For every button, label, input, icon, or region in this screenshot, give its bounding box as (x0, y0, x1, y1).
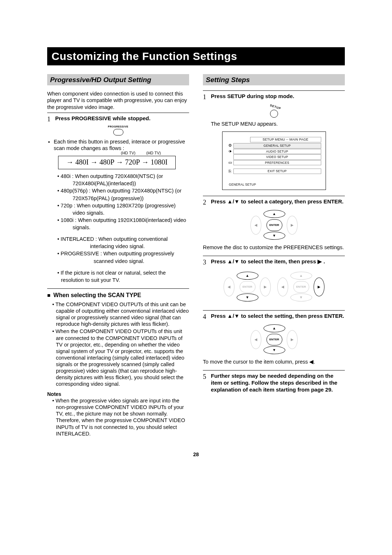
right-button-icon: ▶ (260, 278, 271, 296)
resolution-list: • 480i : When outputting 720X480I(NTSC) … (57, 173, 189, 283)
right-section-header: Setting Steps (203, 74, 345, 86)
page-number: 28 (47, 451, 345, 458)
step-number: 1 (203, 93, 209, 101)
page-title: Customizing the Function Settings (47, 47, 345, 65)
res-item: • 480p(576p) : When outputting 720X480p(… (57, 187, 189, 194)
bullet-item: When the COMPONENT VIDEO OUTPUTs of this… (52, 328, 189, 387)
dpad-diagram: ▲ ◀ ENTER ▶ ▼ (250, 209, 298, 240)
button-icon (113, 129, 123, 135)
res-item: • 720p : When outputting 1280X720p (prog… (57, 202, 189, 209)
right-button-icon: ▶ (314, 278, 324, 296)
left-section-header: Progressive/HD Output Setting (47, 74, 189, 86)
progressive-label: PROGRESSIVE (47, 125, 189, 129)
body-text: To move the cursor to the item column, p… (203, 358, 345, 365)
step-instruction: Press ▲/▼ to select a category, then pre… (211, 198, 345, 207)
left-button-icon: ◀ (250, 216, 261, 235)
body-text: Remove the disc to customize the PREFERE… (203, 244, 345, 251)
speaker-icon: 🕩 (227, 149, 233, 154)
menu-item: EXIT SETUP (233, 169, 321, 174)
gear-icon: ⚙ (227, 143, 233, 148)
bullet-item: The COMPONENT VIDEO OUTPUTs of this unit… (52, 301, 189, 328)
res-item: • INTERLACED : When outputting conventio… (57, 236, 189, 242)
up-button-icon: ▲ (290, 272, 312, 280)
right-button-icon: ▶ (287, 330, 298, 349)
res-item: signals. (73, 224, 189, 231)
step-number: 1 (47, 115, 53, 123)
left-button-icon: ◀ (224, 278, 234, 296)
step-instruction: Press ▲/▼ to select the setting, then pr… (211, 313, 345, 321)
button-icon (270, 110, 278, 118)
notes-header: Notes (47, 391, 189, 398)
progressive-button-diagram: PROGRESSIVE (47, 125, 189, 135)
up-button-icon: ▲ (237, 272, 258, 280)
enter-button-icon: ENTER (240, 281, 256, 293)
step-instruction: Press SETUP during stop mode. (211, 93, 345, 101)
dpad-diagram: ▲ ◀ ENTER ▶ ▼ (250, 324, 298, 355)
bullet-item: Each time this button in pressed, intera… (54, 138, 189, 151)
res-item: • 480i : When outputting 720X480I(NTSC) … (57, 173, 189, 179)
res-item: resolution to suit your TV. (61, 277, 189, 283)
res-item: 720X480i(PAL)(interlaced)) (73, 180, 189, 187)
step-number: 3 (203, 258, 209, 267)
flow-sequence: → 480I → 480P → 720P → 1080I (66, 158, 167, 166)
res-item: scanned video signal. (94, 258, 189, 264)
setup-label: SETUP (269, 104, 281, 110)
enter-button-icon: ENTER (266, 219, 282, 231)
menu-title: SETUP MENU -- MAIN PAGE (250, 137, 321, 142)
res-item: video signals. (73, 210, 189, 216)
right-button-icon: ▶ (287, 216, 298, 235)
down-button-icon: ▼ (290, 293, 312, 301)
notes-bullets: When the progressive video signals are i… (52, 397, 189, 437)
left-column: Progressive/HD Output Setting When compo… (47, 74, 189, 438)
menu-item: PREFERENCES (233, 160, 321, 166)
menu-item: VIDEO SETUP (233, 154, 321, 160)
body-text: The SETUP MENU appears. (211, 121, 345, 127)
menu-footer: GENERAL SETUP (229, 183, 321, 187)
setup-menu-diagram: SETUP MENU -- MAIN PAGE ⚙GENERAL SETUP 🕩… (222, 131, 326, 190)
enter-button-icon: ENTER (293, 281, 309, 293)
up-button-icon: ▲ (264, 324, 285, 332)
tv-icon: ▭ (227, 160, 233, 165)
hdtv-label: (HD TV) (121, 151, 135, 156)
exit-icon: ⎘ (227, 169, 233, 174)
hdtv-label: (HD TV) (146, 151, 161, 156)
step-number: 2 (203, 198, 209, 207)
menu-item: GENERAL SETUP (233, 143, 321, 149)
res-item: 720X576p(PAL) (progressive)) (73, 195, 189, 202)
menu-item: AUDIO SETUP (233, 149, 321, 154)
down-button-icon: ▼ (264, 346, 285, 354)
up-button-icon: ▲ (264, 210, 285, 218)
scan-type-header: When selecting the SCAN TYPE (47, 292, 189, 299)
down-button-icon: ▼ (264, 232, 285, 240)
dpad-pair-diagram: ▲ ◀ ENTER ▶ ▼ ▲ ◀ ENTER ▶ ▼ (203, 268, 345, 305)
enter-button-icon: ENTER (266, 334, 282, 345)
res-item: • 1080i : When outputting 1920X1080i(int… (57, 217, 189, 223)
left-button-icon: ◀ (277, 278, 288, 296)
step-instruction: Further steps may be needed depending on… (211, 373, 345, 393)
setup-button-diagram: SETUP (203, 103, 345, 118)
step-number: 5 (203, 373, 209, 393)
note-item: When the progressive video signals are i… (52, 397, 189, 437)
res-item: • PROGRESSIVE : When outputting progress… (57, 250, 189, 257)
left-button-icon: ◀ (250, 330, 261, 349)
intro-text: When component video connection is used … (47, 90, 189, 110)
res-item: • If the picture is not clear or natural… (57, 270, 189, 276)
resolution-flow-diagram: (HD TV) (HD TV) → 480I → 480P → 720P → 1… (58, 156, 176, 169)
step-number: 4 (203, 313, 209, 321)
scan-type-bullets: The COMPONENT VIDEO OUTPUTs of this unit… (52, 301, 189, 388)
step-instruction: Press ▲/▼ to select the item, then press… (211, 258, 345, 267)
right-column: Setting Steps 1 Press SETUP during stop … (203, 74, 345, 438)
step-instruction: Press PROGRESSIVE while stopped. (55, 115, 189, 123)
down-button-icon: ▼ (237, 293, 258, 301)
res-item: interlacing video signal. (90, 243, 189, 250)
